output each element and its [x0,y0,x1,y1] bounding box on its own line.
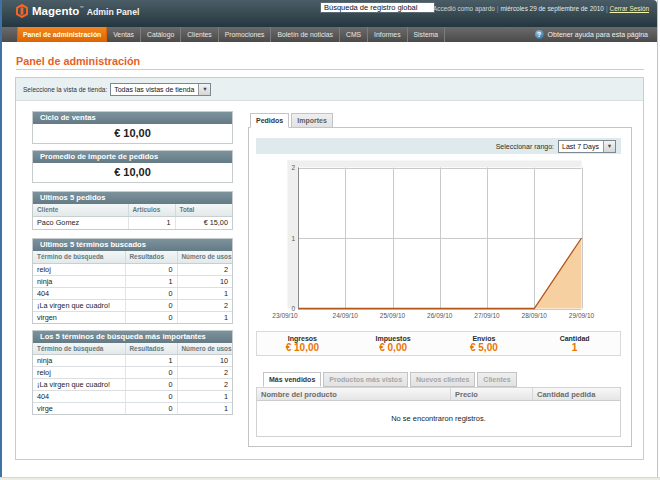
svg-text:2: 2 [291,164,295,171]
dashboard-body: Ciclo de ventas € 10,00 Promedio de impo… [16,101,643,447]
row-value-cell: 0 [125,311,177,323]
row-value-cell: 1 [177,403,232,415]
store-view-select[interactable]: Todas las vistas de tienda ▼ [110,83,211,96]
nav-tab-bolet-n-de-noticias[interactable]: Boletín de noticias [271,27,340,42]
row-value-cell: 0 [125,263,177,275]
store-switcher-bar: Seleccione la vista de tienda: Todas las… [16,78,643,101]
nav-tab-sistema[interactable]: Sistema [408,27,446,42]
grid-column-header[interactable]: Precio [451,388,533,400]
table-row: ninja110 [33,275,232,287]
svg-text:29/09/10: 29/09/10 [569,312,595,319]
table-header-row: Término de búsquedaResultadosNúmero de u… [33,343,232,355]
nav-tab-cms[interactable]: CMS [340,27,368,42]
svg-text:1: 1 [291,235,295,242]
window-left-border [0,0,2,477]
main-nav: Panel de administraciónVentasCatálogoCli… [2,27,657,42]
range-select[interactable]: Last 7 Days ▼ [558,140,616,153]
separator: | [497,5,499,12]
top-search-terms-box: Los 5 términos de búsqueda más important… [32,330,233,416]
row-value-cell: 1 [125,275,177,287]
svg-text:28/09/10: 28/09/10 [522,312,548,319]
tab-clientes[interactable]: Clientes [477,372,516,387]
sales-cycle-box: Ciclo de ventas € 10,00 [32,111,233,144]
tab-productos-m-s-vistos[interactable]: Productos más vistos [323,372,408,387]
chevron-down-icon: ▼ [198,84,210,95]
help-link[interactable]: ? Obtener ayuda para esta página [535,27,657,42]
row-value-cell: 1 [177,311,232,323]
row-label-cell: 404 [33,391,125,403]
nav-tab-ventas[interactable]: Ventas [107,27,141,42]
right-column: PedidosImportes Seleccionar rango: Last … [248,111,632,447]
global-search-input[interactable] [320,2,435,13]
nav-tab-panel-de-administraci-n[interactable]: Panel de administración [17,27,107,42]
row-value-cell: 0 [125,391,177,403]
sales-cycle-value: € 10,00 [33,124,232,143]
row-label-cell: reloj [33,263,125,275]
total-label: Ingresos [257,335,348,342]
grid-column-header[interactable]: Nombre del producto [257,388,451,400]
user-info: Accedió como apardo|miércoles 29 de sept… [433,5,649,12]
row-value-cell: 0 [125,403,177,415]
svg-text:23/09/10: 23/09/10 [272,312,298,319]
nav-tabs: Panel de administraciónVentasCatálogoCli… [2,27,445,42]
row-value-cell: 2 [177,299,232,311]
window-right-border [657,0,658,477]
last-search-terms-table: Término de búsquedaResultadosNúmero de u… [33,251,232,323]
products-grid-header: Nombre del productoPrecioCantidad pedida [257,388,620,401]
row-label-cell: Paco Gomez [33,216,128,229]
store-view-selected: Todas las vistas de tienda [111,84,198,95]
svg-text:26/09/10: 26/09/10 [427,312,453,319]
tab-nuevos-clientes[interactable]: Nuevos clientes [410,372,475,387]
tab-pedidos[interactable]: Pedidos [250,113,289,128]
table-header-row: Término de búsquedaResultadosNúmero de u… [33,251,232,263]
bottom-tabs: Más vendidosProductos más vistosNuevos c… [256,372,621,387]
row-value-cell: 1 [177,391,232,403]
nav-tab-informes[interactable]: Informes [368,27,407,42]
tab-importes[interactable]: Importes [291,113,333,128]
grid-empty-message: No se encontraron registros. [257,401,620,436]
total-label: Impuestos [348,335,439,342]
brand: Magento™ Admin Panel [16,4,139,18]
orders-chart: 01223/09/1024/09/1025/09/1026/09/1027/09… [256,159,621,321]
nav-tab-cat-logo[interactable]: Catálogo [141,27,181,42]
svg-text:24/09/10: 24/09/10 [333,312,359,319]
row-value-cell: € 15,00 [175,216,232,229]
table-row: 40401 [33,287,232,299]
logout-link[interactable]: Cerrar Sesión [610,5,649,12]
svg-text:27/09/10: 27/09/10 [474,312,500,319]
row-value-cell: 1 [177,287,232,299]
last-orders-table: ClienteArtículosTotalPaco Gomez1€ 15,00 [33,204,232,229]
column-header: Término de búsqueda [33,343,125,355]
row-label-cell: 404 [33,287,125,299]
header: Magento™ Admin Panel Accedió como apardo… [2,0,657,27]
grid-column-header[interactable]: Cantidad pedida [533,388,620,400]
store-view-label: Seleccione la vista de tienda: [23,86,107,93]
total-ingresos: Ingresos€ 10,00 [257,332,348,355]
column-header: Número de usos [177,251,232,263]
table-header-row: ClienteArtículosTotal [33,204,232,216]
column-header: Total [175,204,232,216]
tab-m-s-vendidos[interactable]: Más vendidos [263,372,321,387]
total-impuestos: Impuestos€ 0,00 [348,332,439,355]
admin-page: Magento™ Admin Panel Accedió como apardo… [2,0,657,477]
top-search-terms-title: Los 5 términos de búsqueda más important… [33,331,232,343]
table-row: Paco Gomez1€ 15,00 [33,216,232,229]
orders-panel: Seleccionar rango: Last 7 Days ▼ 01223/0… [248,127,632,447]
table-row: virge01 [33,403,232,415]
totals-bar: Ingresos€ 10,00Impuestos€ 0,00Envíos€ 5,… [256,331,621,356]
nav-tab-promociones[interactable]: Promociones [219,27,272,42]
column-header: Resultados [125,343,177,355]
products-grid: Nombre del productoPrecioCantidad pedida… [256,387,621,437]
table-row: ninja110 [33,355,232,367]
row-value-cell: 2 [177,367,232,379]
table-row: 40401 [33,391,232,403]
total-label: Cantidad [529,335,620,342]
brand-name: Magento [32,5,79,17]
separator: | [606,5,608,12]
row-label-cell: virgen [33,311,125,323]
column-header: Cliente [33,204,128,216]
table-row: virgen01 [33,311,232,323]
row-label-cell: ninja [33,355,125,367]
nav-tab-clientes[interactable]: Clientes [181,27,219,42]
column-header: Resultados [125,251,177,263]
